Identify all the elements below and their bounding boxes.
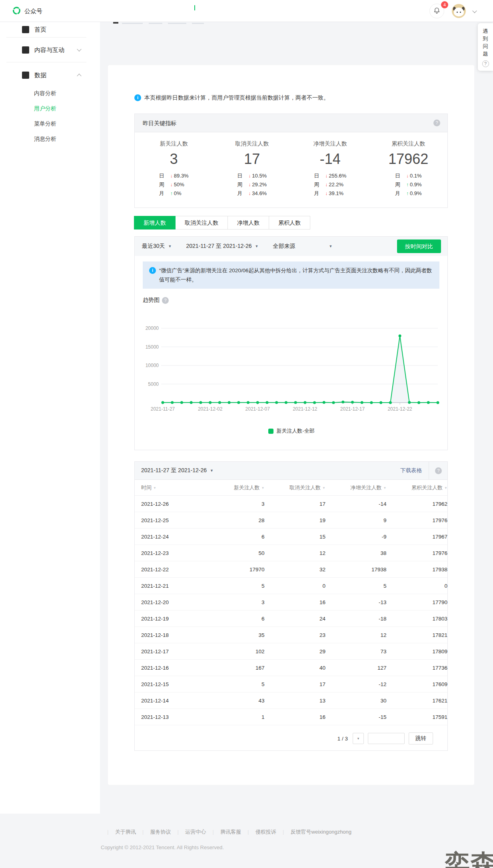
metric-trend-row: 月↑0.9% xyxy=(395,189,422,198)
cell-value: 43 xyxy=(204,698,264,704)
cell-value: 17962 xyxy=(386,501,447,507)
page-jump-button[interactable]: 跳转 xyxy=(409,732,433,744)
metric-label: 净增关注人数 xyxy=(291,140,369,148)
cell-value: 28 xyxy=(204,517,264,523)
arrow-down-icon: ↓ xyxy=(248,182,251,188)
source-select[interactable]: 全部来源 ▼ xyxy=(273,243,332,250)
cell-date: 2021-12-21 xyxy=(135,583,204,589)
footer-link[interactable]: 腾讯客服 xyxy=(206,828,241,836)
sidebar-subitem[interactable]: 菜单分析 xyxy=(34,120,56,128)
sidebar-item-content-interaction[interactable]: 内容与互动 xyxy=(0,41,100,59)
metric-value: -14 xyxy=(291,151,369,168)
divider xyxy=(6,62,86,62)
metric-column: 累积关注人数 17962 日↓0.1%周↑0.9%月↑0.9% xyxy=(369,140,448,198)
table-header-bar: 2021-11-27 至 2021-12-26 ▼ 下载表格 ? xyxy=(135,462,447,480)
cell-date: 2021-12-18 xyxy=(135,632,204,638)
avatar-art xyxy=(454,8,464,16)
tab-label: 新增人数 xyxy=(144,219,166,226)
trend-chart[interactable]: 50001000015000200002021-11-272021-12-022… xyxy=(143,305,447,427)
footer-link[interactable]: 关于腾讯 xyxy=(101,828,136,836)
metric-trend-row: 周↓22.2% xyxy=(314,180,346,189)
download-table-link[interactable]: 下载表格 xyxy=(400,467,422,474)
metric-trend-rows: 日↓89.3%周↓50%月↑0% xyxy=(159,172,189,198)
cell-value: 23 xyxy=(265,632,325,638)
column-header[interactable]: 净增关注人数▼ xyxy=(325,484,386,491)
tab-label: 累积人数 xyxy=(278,219,301,226)
table-date-range-select[interactable]: 2021-11-27 至 2021-12-26 ▼ xyxy=(141,467,214,474)
feedback-float-button[interactable]: 遇 到 问 题 ? xyxy=(478,23,493,71)
avatar[interactable] xyxy=(452,4,466,18)
table-row: 2021-12-252819917976 xyxy=(135,512,447,529)
column-header[interactable]: 时间▼ xyxy=(135,484,204,491)
cell-value: 102 xyxy=(204,649,264,654)
tab-label: 净增人数 xyxy=(237,219,259,226)
help-icon[interactable]: ? xyxy=(433,120,440,126)
footer-link[interactable]: 侵权投诉 xyxy=(241,828,276,836)
cell-value: 15 xyxy=(265,534,325,540)
help-icon[interactable]: ? xyxy=(162,297,169,304)
logo[interactable]: 公众号 xyxy=(12,6,42,16)
date-range-select[interactable]: 2021-11-27 至 2021-12-26 ▼ xyxy=(186,243,259,250)
sidebar-item-label: 数据 xyxy=(34,72,46,79)
sidebar-subitem[interactable]: 用户分析 xyxy=(34,105,56,112)
table-row: 2021-12-26317-1417962 xyxy=(135,496,447,512)
metric-value: 17 xyxy=(213,151,291,168)
metric-tab[interactable]: 新增人数 xyxy=(134,216,176,229)
account-menu-chevron-icon[interactable] xyxy=(472,8,477,13)
range-preset-select[interactable]: 最近30天 ▼ xyxy=(142,243,172,250)
cell-date: 2021-12-26 xyxy=(135,501,204,507)
cell-value: 12 xyxy=(265,550,325,556)
clipped-content-artifact xyxy=(168,23,186,24)
footer-link[interactable]: 运营中心 xyxy=(171,828,206,836)
sidebar-subitem[interactable]: 消息分析 xyxy=(34,136,56,143)
dropdown-icon: ▼ xyxy=(329,244,332,248)
top-header: 公众号 4 xyxy=(0,0,493,22)
arrow-down-icon: ↓ xyxy=(325,182,327,188)
cell-value: 24 xyxy=(265,616,325,622)
metric-tab[interactable]: 净增人数 xyxy=(228,216,269,229)
ad-source-banner: i “微信广告”来源的新增关注在 2020/06起从其他中拆分给出，计算方式与广… xyxy=(143,261,439,289)
sidebar-subitem-label: 消息分析 xyxy=(34,136,56,142)
metric-trend-row: 日↓89.3% xyxy=(159,172,189,180)
cell-value: 17 xyxy=(265,501,325,507)
column-header-label: 时间 xyxy=(141,485,152,491)
footer-link[interactable]: 服务协议 xyxy=(136,828,171,836)
metric-tab[interactable]: 取消关注人数 xyxy=(175,216,228,229)
help-icon[interactable]: ? xyxy=(435,467,442,474)
cell-value: 17591 xyxy=(386,714,447,720)
feedback-label: 到 xyxy=(478,35,493,42)
cell-value: 3 xyxy=(204,501,264,507)
sidebar-item-label: 首页 xyxy=(34,26,46,34)
column-header[interactable]: 累积关注人数▼ xyxy=(386,484,447,491)
page-arrow-button[interactable]: ▾ xyxy=(353,733,364,744)
sidebar-item-data[interactable]: 数据 xyxy=(0,67,100,84)
feedback-label: 题 xyxy=(478,50,493,58)
svg-text:10000: 10000 xyxy=(146,363,159,368)
compare-by-time-button[interactable]: 按时间对比 xyxy=(397,239,441,253)
sidebar-item-home[interactable]: 首页 xyxy=(0,22,100,37)
metric-tab[interactable]: 累积人数 xyxy=(269,216,310,229)
metric-label: 新关注人数 xyxy=(135,140,213,148)
footer-link[interactable]: 反馈官号weixingongzhong xyxy=(276,828,351,836)
notice-text: 本页根据昨日数据来计算，而用户管理页根据当前数据计算，两者不一致。 xyxy=(144,94,329,102)
column-header[interactable]: 新关注人数▼ xyxy=(204,484,264,491)
sidebar-subitem[interactable]: 内容分析 xyxy=(34,90,56,97)
cell-value: 38 xyxy=(325,550,386,556)
column-header[interactable]: 取消关注人数▼ xyxy=(265,484,325,491)
cell-value: 6 xyxy=(204,616,264,622)
page-jump-input[interactable] xyxy=(368,733,405,744)
trend-chart-svg: 50001000015000200002021-11-272021-12-022… xyxy=(143,305,440,425)
table-row: 2021-12-161674012717736 xyxy=(135,660,447,676)
trend-panel: 最近30天 ▼ 2021-11-27 至 2021-12-26 ▼ 全部来源 ▼… xyxy=(134,236,448,450)
key-metrics-card: 昨日关键指标 ? 新关注人数 3 日↓89.3%周↓50%月↑0% 取消关注人数… xyxy=(134,114,448,208)
table-row: 2021-12-215050 xyxy=(135,578,447,594)
arrow-down-icon: ↓ xyxy=(325,191,327,196)
metric-trend-row: 日↓10.5% xyxy=(237,172,267,180)
svg-text:2021-12-07: 2021-12-07 xyxy=(246,406,270,412)
metric-trend-row: 周↓29.2% xyxy=(237,180,267,189)
svg-text:5000: 5000 xyxy=(148,381,159,387)
cell-value: 29 xyxy=(265,649,325,654)
wechat-mp-user-analysis-page: 公众号 4 遇 到 问 题 ? xyxy=(0,0,493,868)
arrow-up-icon: ↑ xyxy=(170,191,173,196)
feedback-label: 遇 xyxy=(478,27,493,35)
